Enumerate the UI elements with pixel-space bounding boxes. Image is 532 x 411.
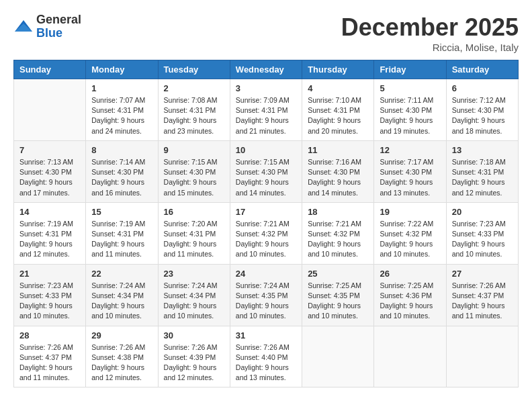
day-number: 27 — [452, 269, 513, 279]
day-number: 4 — [308, 83, 368, 93]
day-info: Sunrise: 7:25 AMSunset: 4:36 PMDaylight:… — [380, 281, 440, 322]
calendar-week-row: 14Sunrise: 7:19 AMSunset: 4:31 PMDayligh… — [14, 202, 519, 264]
day-number: 18 — [308, 207, 368, 217]
day-number: 21 — [19, 269, 80, 279]
day-number: 30 — [164, 330, 224, 340]
day-number: 13 — [452, 145, 513, 155]
day-number: 31 — [236, 330, 296, 340]
day-info: Sunrise: 7:22 AMSunset: 4:32 PMDaylight:… — [380, 219, 440, 260]
calendar-week-row: 21Sunrise: 7:23 AMSunset: 4:33 PMDayligh… — [14, 264, 519, 326]
calendar-cell: 14Sunrise: 7:19 AMSunset: 4:31 PMDayligh… — [14, 202, 86, 264]
calendar-week-row: 7Sunrise: 7:13 AMSunset: 4:30 PMDaylight… — [14, 140, 519, 202]
day-number: 5 — [380, 83, 440, 93]
day-info: Sunrise: 7:11 AMSunset: 4:30 PMDaylight:… — [380, 95, 440, 136]
calendar-cell: 27Sunrise: 7:26 AMSunset: 4:37 PMDayligh… — [446, 264, 518, 326]
weekday-header-monday: Monday — [86, 60, 158, 79]
logo-text: General Blue — [36, 13, 81, 40]
day-info: Sunrise: 7:25 AMSunset: 4:35 PMDaylight:… — [308, 281, 368, 322]
weekday-header-thursday: Thursday — [302, 60, 374, 79]
day-info: Sunrise: 7:14 AMSunset: 4:30 PMDaylight:… — [91, 157, 152, 198]
calendar-cell: 9Sunrise: 7:15 AMSunset: 4:30 PMDaylight… — [158, 140, 230, 202]
day-number: 2 — [164, 83, 224, 93]
day-info: Sunrise: 7:26 AMSunset: 4:39 PMDaylight:… — [164, 342, 224, 383]
title-block: December 2025 Riccia, Molise, Italy — [341, 13, 519, 53]
day-number: 6 — [452, 83, 513, 93]
calendar-cell: 8Sunrise: 7:14 AMSunset: 4:30 PMDaylight… — [86, 140, 158, 202]
svg-marker-1 — [15, 24, 32, 32]
day-number: 1 — [91, 83, 152, 93]
logo-icon — [13, 17, 34, 37]
weekday-header-sunday: Sunday — [14, 60, 86, 79]
calendar-cell: 23Sunrise: 7:24 AMSunset: 4:34 PMDayligh… — [158, 264, 230, 326]
calendar-cell: 30Sunrise: 7:26 AMSunset: 4:39 PMDayligh… — [158, 326, 230, 387]
calendar-cell — [446, 326, 518, 387]
day-number: 12 — [380, 145, 440, 155]
day-info: Sunrise: 7:07 AMSunset: 4:31 PMDaylight:… — [91, 95, 152, 136]
day-number: 8 — [91, 145, 152, 155]
calendar-cell — [374, 326, 446, 387]
weekday-header-row: SundayMondayTuesdayWednesdayThursdayFrid… — [14, 60, 519, 79]
logo: General Blue — [13, 13, 81, 40]
day-info: Sunrise: 7:10 AMSunset: 4:31 PMDaylight:… — [308, 95, 368, 136]
day-number: 25 — [308, 269, 368, 279]
calendar-cell: 12Sunrise: 7:17 AMSunset: 4:30 PMDayligh… — [374, 140, 446, 202]
calendar-cell: 21Sunrise: 7:23 AMSunset: 4:33 PMDayligh… — [14, 264, 86, 326]
day-info: Sunrise: 7:19 AMSunset: 4:31 PMDaylight:… — [19, 219, 80, 260]
location-subtitle: Riccia, Molise, Italy — [341, 42, 519, 53]
calendar-cell: 22Sunrise: 7:24 AMSunset: 4:34 PMDayligh… — [86, 264, 158, 326]
calendar-cell: 31Sunrise: 7:26 AMSunset: 4:40 PMDayligh… — [230, 326, 302, 387]
calendar-cell: 18Sunrise: 7:21 AMSunset: 4:32 PMDayligh… — [302, 202, 374, 264]
day-info: Sunrise: 7:26 AMSunset: 4:40 PMDaylight:… — [236, 342, 296, 383]
calendar-week-row: 28Sunrise: 7:26 AMSunset: 4:37 PMDayligh… — [14, 326, 519, 387]
calendar-week-row: 1Sunrise: 7:07 AMSunset: 4:31 PMDaylight… — [14, 79, 519, 141]
calendar-table: SundayMondayTuesdayWednesdayThursdayFrid… — [13, 60, 519, 387]
calendar-cell: 11Sunrise: 7:16 AMSunset: 4:30 PMDayligh… — [302, 140, 374, 202]
day-number: 22 — [91, 269, 152, 279]
day-info: Sunrise: 7:26 AMSunset: 4:37 PMDaylight:… — [19, 342, 80, 383]
calendar-cell: 13Sunrise: 7:18 AMSunset: 4:31 PMDayligh… — [446, 140, 518, 202]
calendar-cell: 4Sunrise: 7:10 AMSunset: 4:31 PMDaylight… — [302, 79, 374, 141]
day-number: 28 — [19, 330, 80, 340]
logo-blue: Blue — [36, 27, 81, 40]
day-info: Sunrise: 7:13 AMSunset: 4:30 PMDaylight:… — [19, 157, 80, 198]
day-number: 26 — [380, 269, 440, 279]
calendar-cell: 2Sunrise: 7:08 AMSunset: 4:31 PMDaylight… — [158, 79, 230, 141]
day-number: 10 — [236, 145, 296, 155]
day-number: 15 — [91, 207, 152, 217]
day-info: Sunrise: 7:26 AMSunset: 4:38 PMDaylight:… — [91, 342, 152, 383]
calendar-cell: 7Sunrise: 7:13 AMSunset: 4:30 PMDaylight… — [14, 140, 86, 202]
day-number: 20 — [452, 207, 513, 217]
weekday-header-friday: Friday — [374, 60, 446, 79]
calendar-cell: 16Sunrise: 7:20 AMSunset: 4:31 PMDayligh… — [158, 202, 230, 264]
day-info: Sunrise: 7:15 AMSunset: 4:30 PMDaylight:… — [164, 157, 224, 198]
calendar-cell — [14, 79, 86, 141]
day-info: Sunrise: 7:26 AMSunset: 4:37 PMDaylight:… — [452, 281, 513, 322]
day-info: Sunrise: 7:12 AMSunset: 4:30 PMDaylight:… — [452, 95, 513, 136]
month-title: December 2025 — [341, 13, 519, 42]
weekday-header-tuesday: Tuesday — [158, 60, 230, 79]
day-info: Sunrise: 7:09 AMSunset: 4:31 PMDaylight:… — [236, 95, 296, 136]
day-info: Sunrise: 7:16 AMSunset: 4:30 PMDaylight:… — [308, 157, 368, 198]
day-info: Sunrise: 7:23 AMSunset: 4:33 PMDaylight:… — [19, 281, 80, 322]
day-info: Sunrise: 7:08 AMSunset: 4:31 PMDaylight:… — [164, 95, 224, 136]
day-number: 24 — [236, 269, 296, 279]
calendar-cell: 25Sunrise: 7:25 AMSunset: 4:35 PMDayligh… — [302, 264, 374, 326]
day-info: Sunrise: 7:24 AMSunset: 4:34 PMDaylight:… — [91, 281, 152, 322]
day-number: 7 — [19, 145, 80, 155]
day-number: 19 — [380, 207, 440, 217]
calendar-cell: 5Sunrise: 7:11 AMSunset: 4:30 PMDaylight… — [374, 79, 446, 141]
calendar-cell: 19Sunrise: 7:22 AMSunset: 4:32 PMDayligh… — [374, 202, 446, 264]
day-number: 11 — [308, 145, 368, 155]
logo-general: General — [36, 13, 81, 27]
day-info: Sunrise: 7:21 AMSunset: 4:32 PMDaylight:… — [308, 219, 368, 260]
calendar-cell: 24Sunrise: 7:24 AMSunset: 4:35 PMDayligh… — [230, 264, 302, 326]
day-info: Sunrise: 7:19 AMSunset: 4:31 PMDaylight:… — [91, 219, 152, 260]
page-header: General Blue December 2025 Riccia, Molis… — [13, 13, 519, 53]
day-number: 17 — [236, 207, 296, 217]
day-info: Sunrise: 7:17 AMSunset: 4:30 PMDaylight:… — [380, 157, 440, 198]
calendar-cell: 3Sunrise: 7:09 AMSunset: 4:31 PMDaylight… — [230, 79, 302, 141]
calendar-cell: 29Sunrise: 7:26 AMSunset: 4:38 PMDayligh… — [86, 326, 158, 387]
weekday-header-wednesday: Wednesday — [230, 60, 302, 79]
day-info: Sunrise: 7:18 AMSunset: 4:31 PMDaylight:… — [452, 157, 513, 198]
day-number: 14 — [19, 207, 80, 217]
